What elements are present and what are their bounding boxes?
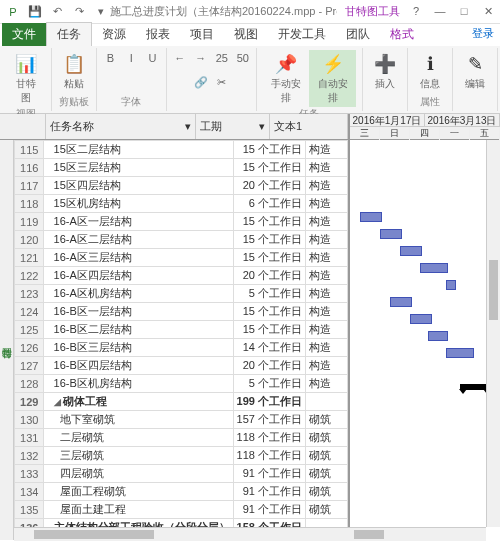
gantt-bar[interactable] — [410, 314, 432, 324]
italic-icon[interactable]: I — [122, 50, 140, 66]
edit-icon: ✎ — [463, 52, 487, 76]
dropdown-icon[interactable]: ▾ — [185, 120, 191, 133]
login-link[interactable]: 登录 — [472, 26, 494, 41]
close-icon[interactable]: ✕ — [480, 5, 496, 18]
auto-icon: ⚡ — [321, 52, 345, 76]
context-tool-label: 甘特图工具 — [337, 4, 408, 19]
underline-icon[interactable]: U — [143, 50, 161, 66]
tab-format[interactable]: 格式 — [380, 23, 424, 46]
gantt-bar[interactable] — [446, 280, 456, 290]
table-row[interactable]: 134 屋面工程砌筑91 个工作日砌筑 — [15, 483, 348, 501]
insert-icon: ➕ — [373, 52, 397, 76]
paste-icon: 📋 — [62, 52, 86, 76]
table-row[interactable]: 127 16-B区四层结构20 个工作日构造 — [15, 357, 348, 375]
gantt-chart[interactable] — [350, 140, 500, 540]
qat-more-icon[interactable]: ▾ — [92, 3, 110, 21]
table-row[interactable]: 131 二层砌筑118 个工作日砌筑 — [15, 429, 348, 447]
manual-schedule-button[interactable]: 📌 手动安排 — [263, 50, 310, 107]
app-icon: P — [4, 3, 22, 21]
gantt-view-button[interactable]: 📊 甘特图 — [8, 50, 45, 107]
col-taskname[interactable]: 任务名称▾ — [46, 114, 196, 139]
gantt-bar[interactable] — [400, 246, 422, 256]
table-row[interactable]: 120 16-A区二层结构15 个工作日构造 — [15, 231, 348, 249]
link-icon[interactable]: 🔗 — [192, 74, 210, 90]
table-row[interactable]: 122 16-A区四层结构20 个工作日构造 — [15, 267, 348, 285]
auto-schedule-button[interactable]: ⚡ 自动安排 — [309, 50, 356, 107]
tab-view[interactable]: 视图 — [224, 23, 268, 46]
info-icon: ℹ — [418, 52, 442, 76]
undo-icon[interactable]: ↶ — [48, 3, 66, 21]
edit-button[interactable]: ✎编辑 — [459, 50, 491, 93]
window-title: 施工总进度计划（主体结构20160224.mpp - Proj... — [110, 4, 337, 19]
maximize-icon[interactable]: □ — [456, 5, 472, 18]
scroll-thumb-h1[interactable] — [34, 530, 154, 539]
tab-dev[interactable]: 开发工具 — [268, 23, 336, 46]
unlink-icon[interactable]: ✂ — [213, 74, 231, 90]
scroll-thumb-v[interactable] — [489, 260, 498, 320]
tab-team[interactable]: 团队 — [336, 23, 380, 46]
pushpin-icon: 📌 — [274, 52, 298, 76]
indent-icon[interactable]: → — [192, 50, 210, 66]
tab-file[interactable]: 文件 — [2, 23, 46, 46]
table-row[interactable]: 123 16-A区机房结构5 个工作日构造 — [15, 285, 348, 303]
col-duration[interactable]: 工期▾ — [196, 114, 270, 139]
table-row[interactable]: 130 地下室砌筑157 个工作日砌筑 — [15, 411, 348, 429]
table-row[interactable]: 124 16-B区一层结构15 个工作日构造 — [15, 303, 348, 321]
gantt-icon: 📊 — [14, 52, 38, 76]
tab-report[interactable]: 报表 — [136, 23, 180, 46]
pct25-icon[interactable]: 25 — [213, 50, 231, 66]
scrollbar-vertical[interactable] — [486, 140, 500, 527]
outdent-icon[interactable]: ← — [171, 50, 189, 66]
table-row[interactable]: 121 16-A区三层结构15 个工作日构造 — [15, 249, 348, 267]
pct50-icon[interactable]: 50 — [234, 50, 252, 66]
scrollbar-horizontal[interactable] — [14, 527, 486, 541]
table-row[interactable]: 116 15区三层结构15 个工作日构造 — [15, 159, 348, 177]
insert-button[interactable]: ➕插入 — [369, 50, 401, 93]
redo-icon[interactable]: ↷ — [70, 3, 88, 21]
task-grid[interactable]: 115 15区二层结构15 个工作日构造116 15区三层结构15 个工作日构造… — [14, 140, 350, 540]
view-label: 甘特图 — [0, 140, 14, 540]
table-row[interactable]: 125 16-B区二层结构15 个工作日构造 — [15, 321, 348, 339]
tab-resource[interactable]: 资源 — [92, 23, 136, 46]
gantt-bar[interactable] — [360, 212, 382, 222]
date-header-2: 2016年3月13日 — [425, 114, 500, 126]
col-rownum[interactable] — [0, 114, 46, 139]
paste-button[interactable]: 📋 粘贴 — [58, 50, 90, 93]
table-row[interactable]: 118 15区机房结构6 个工作日构造 — [15, 195, 348, 213]
table-row[interactable]: 117 15区四层结构20 个工作日构造 — [15, 177, 348, 195]
gantt-bar[interactable] — [380, 229, 402, 239]
save-icon[interactable]: 💾 — [26, 3, 44, 21]
table-row[interactable]: 126 16-B区三层结构14 个工作日构造 — [15, 339, 348, 357]
scroll-thumb-h2[interactable] — [354, 530, 384, 539]
help-icon[interactable]: ? — [408, 5, 424, 18]
table-row[interactable]: 115 15区二层结构15 个工作日构造 — [15, 141, 348, 159]
table-row[interactable]: 119 16-A区一层结构15 个工作日构造 — [15, 213, 348, 231]
table-row[interactable]: 133 四层砌筑91 个工作日砌筑 — [15, 465, 348, 483]
table-row[interactable]: 129 ◢砌体工程199 个工作日 — [15, 393, 348, 411]
date-header-1: 2016年1月17日 — [350, 114, 425, 126]
gantt-bar[interactable] — [390, 297, 412, 307]
table-row[interactable]: 128 16-B区机房结构5 个工作日构造 — [15, 375, 348, 393]
tab-task[interactable]: 任务 — [46, 22, 92, 46]
table-row[interactable]: 135 屋面土建工程91 个工作日砌筑 — [15, 501, 348, 519]
table-row[interactable]: 132 三层砌筑118 个工作日砌筑 — [15, 447, 348, 465]
tab-project[interactable]: 项目 — [180, 23, 224, 46]
gantt-bar[interactable] — [428, 331, 448, 341]
col-text1[interactable]: 文本1 — [270, 114, 348, 139]
bold-icon[interactable]: B — [101, 50, 119, 66]
minimize-icon[interactable]: — — [432, 5, 448, 18]
info-button[interactable]: ℹ信息 — [414, 50, 446, 93]
gantt-bar[interactable] — [420, 263, 448, 273]
gantt-bar[interactable] — [446, 348, 474, 358]
